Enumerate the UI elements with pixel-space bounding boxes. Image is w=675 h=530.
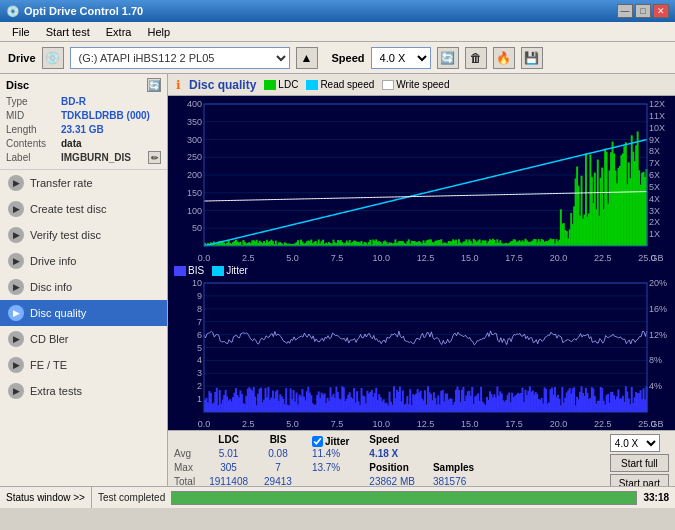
- speed-label: Speed: [332, 52, 365, 64]
- test-completed-label: Test completed: [98, 492, 165, 503]
- upper-chart: [168, 96, 675, 264]
- menu-bar: File Start test Extra Help: [0, 22, 675, 42]
- nav-icon-extra-tests: ▶: [8, 383, 24, 399]
- app-title: Opti Drive Control 1.70: [24, 5, 143, 17]
- jitter-check-row: Jitter: [312, 434, 349, 448]
- content-header: ℹ Disc quality LDC Read speed Write spee…: [168, 74, 675, 96]
- nav-item-cd-bler[interactable]: ▶ CD Bler: [0, 326, 167, 352]
- nav-icon-disc-quality: ▶: [8, 305, 24, 321]
- position-value: 23862 MB: [369, 476, 415, 486]
- stats-jitter-col: Jitter 11.4% 13.7%: [312, 434, 349, 486]
- nav-item-extra-tests[interactable]: ▶ Extra tests: [0, 378, 167, 404]
- stats-samples-col: Samples 381576: [433, 434, 474, 486]
- disc-label-row: Label IMGBURN_DIS ✏: [6, 151, 161, 165]
- disc-mid-row: MID TDKBLDRBB (000): [6, 109, 161, 123]
- nav-icon-verify-test-disc: ▶: [8, 227, 24, 243]
- time-label: 33:18: [643, 492, 669, 503]
- menu-start-test[interactable]: Start test: [38, 24, 98, 40]
- eject-button[interactable]: ▲: [296, 47, 318, 69]
- bis-total: 29413: [264, 476, 292, 486]
- content-area: ℹ Disc quality LDC Read speed Write spee…: [168, 74, 675, 486]
- legend-read-speed: Read speed: [306, 79, 374, 90]
- jitter-total-empty: [312, 476, 349, 486]
- speed-select[interactable]: 4.0 X: [371, 47, 431, 69]
- status-window-button[interactable]: Status window >>: [6, 492, 85, 503]
- disc-length-row: Length 23.31 GB: [6, 123, 161, 137]
- burn-button[interactable]: 🔥: [493, 47, 515, 69]
- total-label: Total: [174, 476, 195, 486]
- charts-container: BIS Jitter: [168, 96, 675, 430]
- nav-item-drive-info[interactable]: ▶ Drive info: [0, 248, 167, 274]
- lower-chart-canvas: [168, 277, 675, 430]
- nav-icon-fe-te: ▶: [8, 357, 24, 373]
- nav-item-transfer-rate[interactable]: ▶ Transfer rate: [0, 170, 167, 196]
- bis-color: [174, 266, 186, 276]
- save-button[interactable]: 💾: [521, 47, 543, 69]
- app-icon: 💿: [6, 5, 20, 18]
- contents-value: data: [61, 137, 161, 151]
- menu-extra[interactable]: Extra: [98, 24, 140, 40]
- speed-select-row: 4.0 X: [610, 434, 669, 452]
- stats-labels: Avg Max Total: [174, 434, 195, 486]
- legend-jitter: Jitter: [212, 265, 248, 276]
- jitter-col-header: Jitter: [325, 436, 349, 447]
- nav-item-fe-te[interactable]: ▶ FE / TE: [0, 352, 167, 378]
- disc-quality-title: Disc quality: [189, 78, 256, 92]
- avg-label: Avg: [174, 448, 195, 462]
- label-edit-button[interactable]: ✏: [148, 151, 161, 164]
- nav-item-disc-quality[interactable]: ▶ Disc quality: [0, 300, 167, 326]
- jitter-max: 13.7%: [312, 462, 349, 476]
- nav-label-create-test-disc: Create test disc: [30, 203, 106, 215]
- disc-refresh-button[interactable]: 🔄: [147, 78, 161, 92]
- menu-file[interactable]: File: [4, 24, 38, 40]
- write-speed-label: Write speed: [396, 79, 449, 90]
- samples-label: Samples: [433, 462, 474, 476]
- disc-quality-icon: ℹ: [176, 78, 181, 92]
- minimize-button[interactable]: —: [617, 4, 633, 18]
- jitter-avg: 11.4%: [312, 448, 349, 462]
- label-label: Label: [6, 151, 61, 165]
- disc-panel-header: Disc 🔄: [6, 78, 161, 92]
- stats-speed-select[interactable]: 4.0 X: [610, 434, 660, 452]
- erase-button[interactable]: 🗑: [465, 47, 487, 69]
- nav-icon-disc-info: ▶: [8, 279, 24, 295]
- nav-item-create-test-disc[interactable]: ▶ Create test disc: [0, 196, 167, 222]
- ldc-color: [264, 80, 276, 90]
- start-part-button[interactable]: Start part: [610, 474, 669, 486]
- refresh-button[interactable]: 🔄: [437, 47, 459, 69]
- jitter-checkbox[interactable]: [312, 436, 323, 447]
- drive-select[interactable]: (G:) ATAPI iHBS112 2 PL05: [70, 47, 290, 69]
- disc-panel-title: Disc: [6, 79, 29, 91]
- speed-value: 4.18 X: [369, 448, 415, 462]
- nav-icon-create-test-disc: ▶: [8, 201, 24, 217]
- progress-bar: [171, 491, 637, 505]
- drive-icon-btn[interactable]: 💿: [42, 47, 64, 69]
- nav-label-disc-quality: Disc quality: [30, 307, 86, 319]
- type-label: Type: [6, 95, 61, 109]
- ldc-total: 1911408: [209, 476, 248, 486]
- ldc-label: LDC: [278, 79, 298, 90]
- label-value: IMGBURN_DIS: [61, 151, 146, 165]
- legend-ldc: LDC: [264, 79, 298, 90]
- bis-label: BIS: [188, 265, 204, 276]
- upper-chart-canvas: [168, 96, 675, 264]
- samples-value: 381576: [433, 476, 474, 486]
- maximize-button[interactable]: □: [635, 4, 651, 18]
- disc-contents-row: Contents data: [6, 137, 161, 151]
- nav-item-disc-info[interactable]: ▶ Disc info: [0, 274, 167, 300]
- nav-icon-cd-bler: ▶: [8, 331, 24, 347]
- contents-label: Contents: [6, 137, 61, 151]
- status-bar: Status window >> Test completed 33:18: [0, 486, 675, 508]
- type-value: BD-R: [61, 95, 161, 109]
- menu-help[interactable]: Help: [139, 24, 178, 40]
- action-buttons: 4.0 X Start full Start part: [610, 434, 669, 486]
- close-button[interactable]: ✕: [653, 4, 669, 18]
- nav-list: ▶ Transfer rate ▶ Create test disc ▶ Ver…: [0, 170, 167, 404]
- stats-ldc-col: LDC 5.01 305 1911408: [209, 434, 248, 486]
- toolbar: Drive 💿 (G:) ATAPI iHBS112 2 PL05 ▲ Spee…: [0, 42, 675, 74]
- position-label: Position: [369, 462, 415, 476]
- start-full-button[interactable]: Start full: [610, 454, 669, 472]
- nav-item-verify-test-disc[interactable]: ▶ Verify test disc: [0, 222, 167, 248]
- mid-value: TDKBLDRBB (000): [61, 109, 161, 123]
- read-speed-color: [306, 80, 318, 90]
